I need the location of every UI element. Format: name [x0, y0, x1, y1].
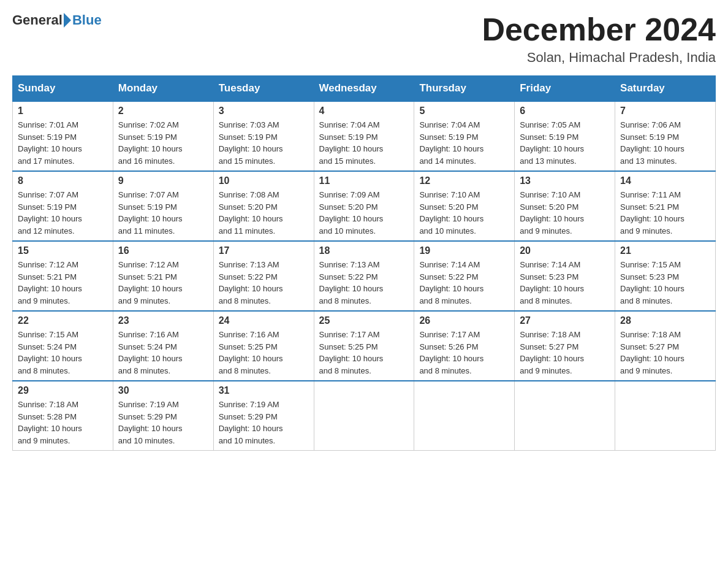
- calendar-cell: 24 Sunrise: 7:16 AM Sunset: 5:25 PM Dayl…: [213, 311, 314, 381]
- day-number: 29: [18, 385, 108, 396]
- header-row: SundayMondayTuesdayWednesdayThursdayFrid…: [13, 76, 716, 102]
- day-info: Sunrise: 7:08 AM Sunset: 5:20 PM Dayligh…: [219, 189, 309, 237]
- day-info: Sunrise: 7:11 AM Sunset: 5:21 PM Dayligh…: [620, 189, 710, 237]
- day-info: Sunrise: 7:19 AM Sunset: 5:29 PM Dayligh…: [118, 399, 208, 446]
- day-info: Sunrise: 7:03 AM Sunset: 5:19 PM Dayligh…: [219, 119, 309, 167]
- calendar-cell: 9 Sunrise: 7:07 AM Sunset: 5:19 PM Dayli…: [113, 171, 213, 241]
- calendar-cell: 31 Sunrise: 7:19 AM Sunset: 5:29 PM Dayl…: [213, 381, 314, 451]
- day-number: 3: [219, 105, 309, 117]
- calendar-cell: 6 Sunrise: 7:05 AM Sunset: 5:19 PM Dayli…: [515, 101, 615, 171]
- calendar-cell: 13 Sunrise: 7:10 AM Sunset: 5:20 PM Dayl…: [515, 171, 615, 241]
- day-number: 20: [520, 245, 610, 256]
- day-header-monday: Monday: [113, 76, 213, 102]
- day-number: 28: [620, 315, 710, 326]
- calendar-cell: 8 Sunrise: 7:07 AM Sunset: 5:19 PM Dayli…: [13, 171, 113, 241]
- month-title: December 2024: [482, 12, 716, 47]
- day-number: 21: [620, 245, 710, 256]
- calendar-cell: 12 Sunrise: 7:10 AM Sunset: 5:20 PM Dayl…: [414, 171, 515, 241]
- week-row-4: 22 Sunrise: 7:15 AM Sunset: 5:24 PM Dayl…: [13, 311, 716, 381]
- day-header-wednesday: Wednesday: [314, 76, 414, 102]
- day-info: Sunrise: 7:07 AM Sunset: 5:19 PM Dayligh…: [118, 189, 208, 237]
- calendar-cell: 28 Sunrise: 7:18 AM Sunset: 5:27 PM Dayl…: [615, 311, 716, 381]
- day-number: 14: [620, 175, 710, 186]
- calendar-cell: 7 Sunrise: 7:06 AM Sunset: 5:19 PM Dayli…: [615, 101, 716, 171]
- day-info: Sunrise: 7:15 AM Sunset: 5:24 PM Dayligh…: [18, 329, 108, 377]
- calendar-cell: 23 Sunrise: 7:16 AM Sunset: 5:24 PM Dayl…: [113, 311, 213, 381]
- day-info: Sunrise: 7:16 AM Sunset: 5:24 PM Dayligh…: [118, 329, 208, 377]
- calendar-cell: 20 Sunrise: 7:14 AM Sunset: 5:23 PM Dayl…: [515, 241, 615, 311]
- week-row-3: 15 Sunrise: 7:12 AM Sunset: 5:21 PM Dayl…: [13, 241, 716, 311]
- day-info: Sunrise: 7:04 AM Sunset: 5:19 PM Dayligh…: [319, 119, 409, 167]
- day-info: Sunrise: 7:13 AM Sunset: 5:22 PM Dayligh…: [319, 259, 409, 307]
- location-title: Solan, Himachal Pradesh, India: [482, 50, 716, 66]
- day-number: 7: [620, 105, 710, 117]
- day-number: 16: [118, 245, 208, 256]
- day-number: 4: [319, 105, 409, 117]
- calendar-cell: 2 Sunrise: 7:02 AM Sunset: 5:19 PM Dayli…: [113, 101, 213, 171]
- day-info: Sunrise: 7:05 AM Sunset: 5:19 PM Dayligh…: [520, 119, 610, 167]
- day-info: Sunrise: 7:14 AM Sunset: 5:22 PM Dayligh…: [419, 259, 509, 307]
- calendar-cell: 14 Sunrise: 7:11 AM Sunset: 5:21 PM Dayl…: [615, 171, 716, 241]
- day-info: Sunrise: 7:17 AM Sunset: 5:25 PM Dayligh…: [319, 329, 409, 377]
- day-number: 12: [419, 175, 509, 186]
- day-number: 18: [319, 245, 409, 256]
- day-number: 23: [118, 315, 208, 326]
- day-number: 30: [118, 385, 208, 396]
- calendar-cell: 21 Sunrise: 7:15 AM Sunset: 5:23 PM Dayl…: [615, 241, 716, 311]
- day-number: 24: [219, 315, 309, 326]
- day-info: Sunrise: 7:06 AM Sunset: 5:19 PM Dayligh…: [620, 119, 710, 167]
- day-info: Sunrise: 7:18 AM Sunset: 5:27 PM Dayligh…: [620, 329, 710, 377]
- calendar-cell: [615, 381, 716, 451]
- calendar-cell: 1 Sunrise: 7:01 AM Sunset: 5:19 PM Dayli…: [13, 101, 113, 171]
- calendar-cell: 15 Sunrise: 7:12 AM Sunset: 5:21 PM Dayl…: [13, 241, 113, 311]
- day-number: 15: [18, 245, 108, 256]
- week-row-1: 1 Sunrise: 7:01 AM Sunset: 5:19 PM Dayli…: [13, 101, 716, 171]
- calendar-cell: 3 Sunrise: 7:03 AM Sunset: 5:19 PM Dayli…: [213, 101, 314, 171]
- calendar-cell: 5 Sunrise: 7:04 AM Sunset: 5:19 PM Dayli…: [414, 101, 515, 171]
- day-number: 1: [18, 105, 108, 117]
- calendar-cell: 26 Sunrise: 7:17 AM Sunset: 5:26 PM Dayl…: [414, 311, 515, 381]
- day-info: Sunrise: 7:01 AM Sunset: 5:19 PM Dayligh…: [18, 119, 108, 167]
- title-section: December 2024 Solan, Himachal Pradesh, I…: [482, 12, 716, 66]
- logo-triangle-icon: [64, 13, 71, 28]
- day-info: Sunrise: 7:09 AM Sunset: 5:20 PM Dayligh…: [319, 189, 409, 237]
- day-info: Sunrise: 7:10 AM Sunset: 5:20 PM Dayligh…: [419, 189, 509, 237]
- day-number: 8: [18, 175, 108, 186]
- calendar-cell: 10 Sunrise: 7:08 AM Sunset: 5:20 PM Dayl…: [213, 171, 314, 241]
- day-number: 6: [520, 105, 610, 117]
- day-header-thursday: Thursday: [414, 76, 515, 102]
- day-number: 5: [419, 105, 509, 117]
- day-header-sunday: Sunday: [13, 76, 113, 102]
- calendar-cell: [414, 381, 515, 451]
- day-info: Sunrise: 7:10 AM Sunset: 5:20 PM Dayligh…: [520, 189, 610, 237]
- day-number: 22: [18, 315, 108, 326]
- day-number: 11: [319, 175, 409, 186]
- calendar-cell: 22 Sunrise: 7:15 AM Sunset: 5:24 PM Dayl…: [13, 311, 113, 381]
- day-info: Sunrise: 7:16 AM Sunset: 5:25 PM Dayligh…: [219, 329, 309, 377]
- day-number: 26: [419, 315, 509, 326]
- day-number: 19: [419, 245, 509, 256]
- calendar-cell: 16 Sunrise: 7:12 AM Sunset: 5:21 PM Dayl…: [113, 241, 213, 311]
- day-info: Sunrise: 7:04 AM Sunset: 5:19 PM Dayligh…: [419, 119, 509, 167]
- day-info: Sunrise: 7:19 AM Sunset: 5:29 PM Dayligh…: [219, 399, 309, 446]
- calendar-cell: [314, 381, 414, 451]
- week-row-5: 29 Sunrise: 7:18 AM Sunset: 5:28 PM Dayl…: [13, 381, 716, 451]
- day-number: 17: [219, 245, 309, 256]
- week-row-2: 8 Sunrise: 7:07 AM Sunset: 5:19 PM Dayli…: [13, 171, 716, 241]
- logo-general-text: General: [12, 12, 63, 28]
- day-info: Sunrise: 7:17 AM Sunset: 5:26 PM Dayligh…: [419, 329, 509, 377]
- day-number: 2: [118, 105, 208, 117]
- day-info: Sunrise: 7:14 AM Sunset: 5:23 PM Dayligh…: [520, 259, 610, 307]
- calendar-cell: 27 Sunrise: 7:18 AM Sunset: 5:27 PM Dayl…: [515, 311, 615, 381]
- day-number: 9: [118, 175, 208, 186]
- day-number: 13: [520, 175, 610, 186]
- calendar-cell: 4 Sunrise: 7:04 AM Sunset: 5:19 PM Dayli…: [314, 101, 414, 171]
- page-header: General Blue December 2024 Solan, Himach…: [12, 12, 716, 66]
- day-number: 31: [219, 385, 309, 396]
- calendar-cell: 11 Sunrise: 7:09 AM Sunset: 5:20 PM Dayl…: [314, 171, 414, 241]
- calendar-cell: 18 Sunrise: 7:13 AM Sunset: 5:22 PM Dayl…: [314, 241, 414, 311]
- day-info: Sunrise: 7:18 AM Sunset: 5:27 PM Dayligh…: [520, 329, 610, 377]
- day-info: Sunrise: 7:15 AM Sunset: 5:23 PM Dayligh…: [620, 259, 710, 307]
- day-info: Sunrise: 7:12 AM Sunset: 5:21 PM Dayligh…: [118, 259, 208, 307]
- calendar-cell: 30 Sunrise: 7:19 AM Sunset: 5:29 PM Dayl…: [113, 381, 213, 451]
